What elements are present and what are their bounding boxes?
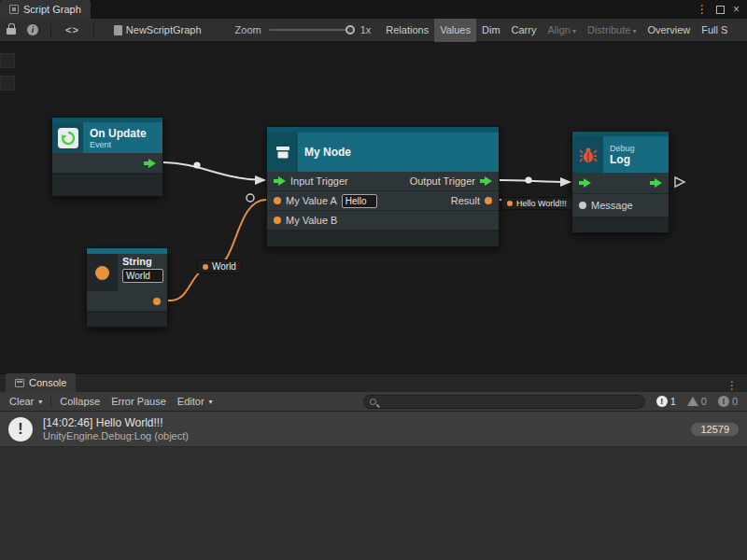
maximize-icon[interactable] <box>716 6 725 14</box>
flow-input-port[interactable] <box>579 178 591 188</box>
node-header: Debug Log <box>572 132 669 173</box>
graph-asset-icon <box>114 25 122 35</box>
overview-button[interactable]: Overview <box>641 19 696 42</box>
clear-button[interactable]: Clear▾ <box>4 396 48 407</box>
info-icon[interactable]: i <box>27 24 38 35</box>
canvas-panel-button[interactable] <box>0 76 15 91</box>
editor-button[interactable]: Editor▾ <box>172 396 218 407</box>
flow-output-port[interactable] <box>480 176 492 186</box>
box-icon <box>267 133 298 172</box>
node-subtitle: Event <box>90 140 147 149</box>
log-entry[interactable]: ! [14:02:46] Hello World!!! UnityEngine.… <box>0 412 747 447</box>
kebab-menu-icon[interactable]: ⋮ <box>726 379 747 392</box>
code-icon[interactable]: <> <box>65 24 79 35</box>
event-icon <box>52 122 83 153</box>
zoom-slider[interactable] <box>269 29 355 31</box>
graph-canvas[interactable]: On Update Event <box>0 42 747 373</box>
wire-dot <box>525 176 531 183</box>
bug-icon <box>572 136 603 173</box>
wire-dot <box>193 161 200 168</box>
value-input-port[interactable] <box>274 217 281 224</box>
zoom-slider-handle[interactable] <box>345 25 355 35</box>
search-input[interactable] <box>380 397 639 407</box>
carry-button[interactable]: Carry <box>506 19 543 42</box>
canvas-panel-button[interactable] <box>0 53 15 68</box>
error-pause-button[interactable]: Error Pause <box>106 396 172 407</box>
value-output-port[interactable] <box>153 298 161 305</box>
node-string[interactable]: String <box>86 247 168 328</box>
collapse-button[interactable]: Collapse <box>54 396 106 407</box>
node-title: String <box>122 256 163 267</box>
flow-output-port[interactable] <box>144 159 156 168</box>
console-counters: ! 1 0 ! 0 <box>651 396 743 407</box>
warning-count-toggle[interactable]: 0 <box>682 396 712 407</box>
port-label: Input Trigger <box>290 175 348 187</box>
chevron-down-icon: ▾ <box>209 398 213 406</box>
error-count-toggle[interactable]: ! 0 <box>712 396 743 407</box>
port-row: Message <box>572 194 669 217</box>
port-row: My Value B <box>267 211 499 231</box>
node-footer <box>52 174 162 196</box>
node-title: My Node <box>304 146 351 159</box>
wire-value-label: Hello World!!! <box>501 197 572 210</box>
console-search[interactable] <box>363 395 645 409</box>
port-label: My Value A <box>286 195 337 206</box>
value-output-port[interactable] <box>485 197 492 204</box>
value-input-port[interactable] <box>274 197 281 204</box>
console-icon <box>15 379 24 387</box>
node-on-update[interactable]: On Update Event <box>51 117 163 197</box>
separator <box>50 396 51 408</box>
flow-input-port[interactable] <box>274 176 286 186</box>
update-loop-icon <box>60 130 77 147</box>
node-footer <box>87 312 167 327</box>
port-row <box>572 173 669 194</box>
value-input-port[interactable] <box>579 202 586 209</box>
unity-editor-window: Script Graph ⋮ × i <> NewScriptGraph Zoo… <box>0 0 747 560</box>
wire-arrowhead <box>255 175 266 185</box>
port-label: Output Trigger <box>410 175 475 187</box>
fullscreen-button[interactable]: Full S <box>696 19 733 42</box>
tab-console[interactable]: Console <box>6 373 76 392</box>
node-title: Log <box>610 153 635 166</box>
log-message: [14:02:46] Hello World!!! <box>43 416 189 429</box>
node-title: On Update <box>90 127 147 140</box>
node-footer <box>572 217 669 232</box>
error-icon: ! <box>718 396 729 407</box>
string-value-field[interactable] <box>122 269 163 283</box>
value-dot-icon <box>203 264 208 270</box>
node-header: String <box>87 254 167 291</box>
warning-icon <box>687 397 698 406</box>
wire-value-label: World <box>197 259 242 273</box>
node-subtitle: Debug <box>610 144 635 153</box>
distribute-button[interactable]: Distribute▾ <box>582 19 641 42</box>
port-label: My Value B <box>286 215 337 226</box>
console-toolbar: Clear▾ Collapse Error Pause Editor▾ ! 1 … <box>0 392 747 412</box>
tab-label: Script Graph <box>23 4 81 15</box>
relations-button[interactable]: Relations <box>380 19 434 42</box>
info-count-toggle[interactable]: ! 1 <box>651 396 682 407</box>
value-dot-icon <box>507 201 513 206</box>
port-row <box>87 291 167 312</box>
graph-name[interactable]: NewScriptGraph <box>126 24 202 35</box>
lock-icon[interactable] <box>7 28 16 35</box>
port-row: Input Trigger Output Trigger <box>267 172 499 191</box>
node-debug-log[interactable]: Debug Log Message <box>571 131 669 233</box>
tab-script-graph[interactable]: Script Graph <box>0 0 91 19</box>
node-footer <box>267 231 499 246</box>
close-icon[interactable]: × <box>733 3 740 16</box>
window-tab-bar: Script Graph ⋮ × <box>0 0 747 19</box>
console-log-list[interactable]: ! [14:02:46] Hello World!!! UnityEngine.… <box>0 412 747 560</box>
chevron-down-icon: ▾ <box>38 398 42 406</box>
log-stacktrace: UnityEngine.Debug:Log (object) <box>43 430 189 441</box>
info-log-icon: ! <box>8 417 33 441</box>
unconnected-port-circle <box>247 194 254 202</box>
values-button[interactable]: Values <box>434 19 476 42</box>
align-button[interactable]: Align▾ <box>542 19 581 42</box>
my-value-a-field[interactable] <box>342 194 377 208</box>
flow-output-port[interactable] <box>650 178 662 188</box>
dim-button[interactable]: Dim <box>476 19 506 42</box>
kebab-menu-icon[interactable]: ⋮ <box>697 3 708 16</box>
node-my-node[interactable]: My Node Input Trigger Output Trigger My … <box>266 126 500 247</box>
unconnected-flow-triangle <box>675 177 684 187</box>
script-graph-icon <box>9 5 19 14</box>
